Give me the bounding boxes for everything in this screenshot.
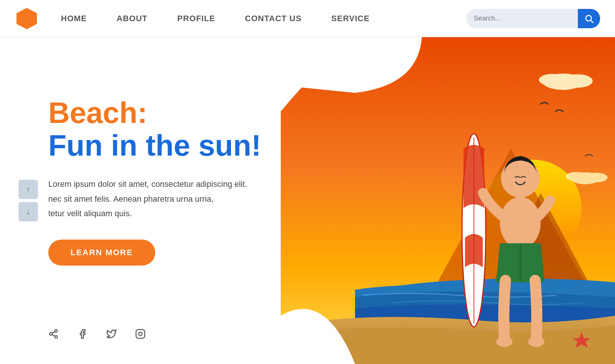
svg-point-19: [496, 337, 512, 347]
svg-point-8: [563, 74, 593, 88]
navbar: HOME ABOUT PROFILE CONTACT US SERVICE: [0, 0, 615, 37]
svg-point-16: [500, 197, 541, 249]
svg-rect-26: [136, 329, 144, 338]
chevron-up-icon: ↑: [26, 185, 30, 194]
headline-fun: Fun in the sun!: [48, 129, 261, 162]
svg-line-24: [52, 335, 55, 337]
nav-service[interactable]: SERVICE: [331, 14, 370, 23]
instagram-icon[interactable]: [135, 329, 146, 342]
search-button[interactable]: [578, 9, 600, 28]
hero-text-content: Beach: Fun in the sun! Lorem ipsum dolor…: [48, 97, 261, 266]
nav-about[interactable]: ABOUT: [117, 14, 147, 23]
nav-profile[interactable]: PROFILE: [177, 14, 215, 23]
search-container: [466, 9, 600, 28]
twitter-icon[interactable]: [106, 329, 117, 342]
svg-point-23: [55, 336, 58, 338]
search-icon: [584, 14, 594, 23]
share-icon[interactable]: [48, 329, 59, 342]
beach-illustration: [281, 37, 615, 364]
scroll-arrows: ↑ ↓: [19, 180, 38, 221]
nav-links: HOME ABOUT PROFILE CONTACT US SERVICE: [61, 14, 466, 23]
headline-beach: Beach:: [48, 97, 261, 129]
svg-point-21: [55, 329, 58, 332]
scroll-down-button[interactable]: ↓: [19, 202, 38, 221]
svg-point-9: [539, 74, 565, 86]
social-icons: [48, 329, 146, 342]
nav-contact[interactable]: CONTACT US: [245, 14, 302, 23]
search-input[interactable]: [466, 9, 578, 28]
svg-point-11: [585, 173, 608, 182]
svg-point-20: [528, 337, 544, 347]
scroll-up-button[interactable]: ↑: [19, 180, 38, 199]
hero-section: ↑ ↓ Beach: Fun in the sun! Lorem ipsum d…: [0, 37, 615, 364]
svg-marker-0: [16, 8, 37, 29]
facebook-icon[interactable]: [77, 329, 88, 342]
svg-line-25: [52, 332, 55, 334]
chevron-down-icon: ↓: [26, 207, 30, 217]
logo[interactable]: [15, 7, 39, 30]
learn-more-button[interactable]: LEARN MORE: [48, 240, 155, 266]
nav-home[interactable]: HOME: [61, 14, 87, 23]
svg-line-2: [591, 20, 593, 22]
svg-point-12: [566, 172, 586, 181]
hero-body-text: Lorem ipsum dolor sit amet, consectetur …: [48, 177, 256, 221]
svg-point-22: [50, 333, 52, 335]
